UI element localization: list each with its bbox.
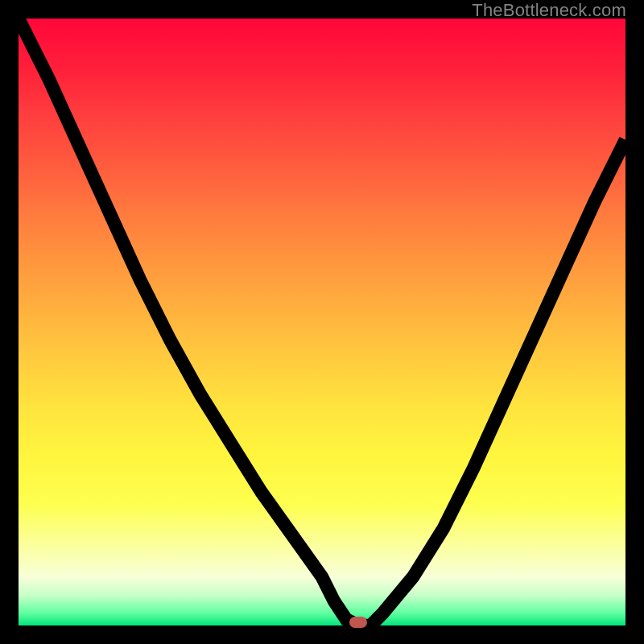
bottleneck-curve <box>19 19 625 625</box>
chart-frame: TheBottleneck.com <box>0 0 644 644</box>
optimal-marker <box>349 617 367 628</box>
curve-path <box>19 19 625 625</box>
plot-area <box>19 19 625 625</box>
